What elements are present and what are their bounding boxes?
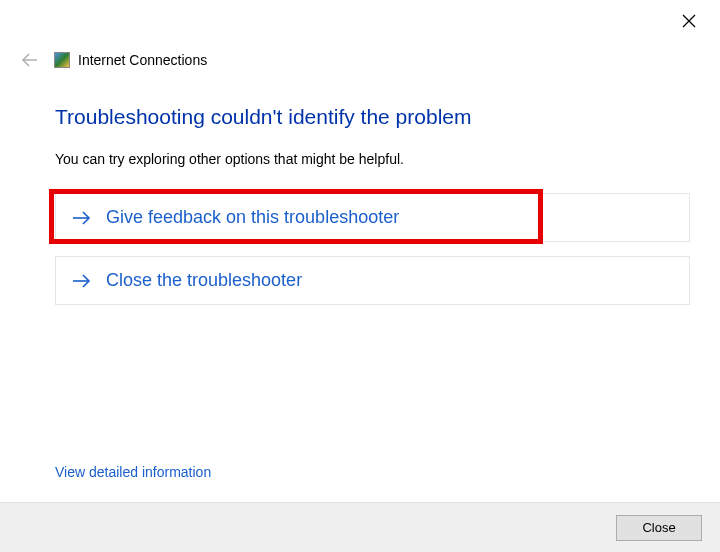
window-close-icon[interactable]: [682, 14, 698, 30]
page-heading: Troubleshooting couldn't identify the pr…: [55, 105, 690, 129]
option-label: Give feedback on this troubleshooter: [106, 207, 399, 228]
arrow-right-icon: [72, 273, 92, 289]
troubleshooter-icon: [54, 52, 70, 68]
footer: Close: [0, 502, 720, 552]
option-give-feedback[interactable]: Give feedback on this troubleshooter: [55, 193, 690, 242]
window-title: Internet Connections: [78, 52, 207, 68]
content-area: Troubleshooting couldn't identify the pr…: [55, 105, 690, 319]
option-label: Close the troubleshooter: [106, 270, 302, 291]
view-detailed-information-link[interactable]: View detailed information: [55, 464, 211, 480]
arrow-right-icon: [72, 210, 92, 226]
close-button[interactable]: Close: [616, 515, 702, 541]
page-subtext: You can try exploring other options that…: [55, 151, 690, 167]
back-arrow-icon[interactable]: [20, 50, 40, 70]
option-close-troubleshooter[interactable]: Close the troubleshooter: [55, 256, 690, 305]
header: Internet Connections: [20, 50, 207, 70]
